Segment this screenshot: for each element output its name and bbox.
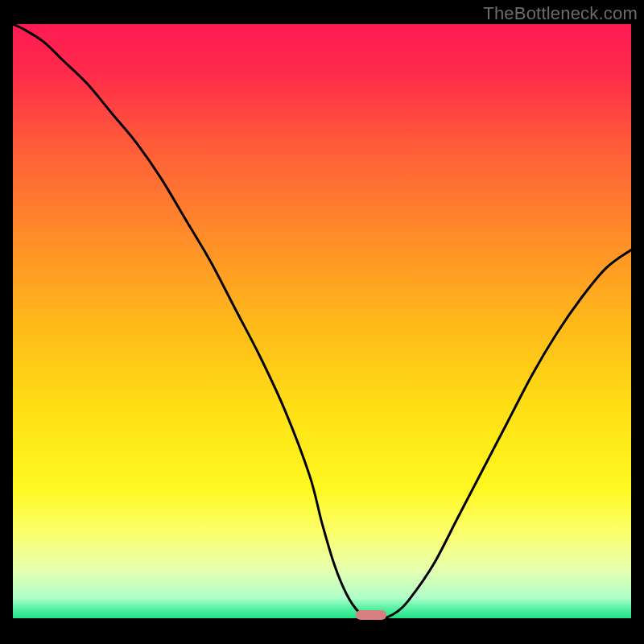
watermark-text: TheBottleneck.com <box>483 3 638 24</box>
bottleneck-chart <box>13 24 631 618</box>
bottleneck-marker <box>356 610 386 620</box>
gradient-background <box>13 24 631 618</box>
chart-frame <box>13 24 631 631</box>
